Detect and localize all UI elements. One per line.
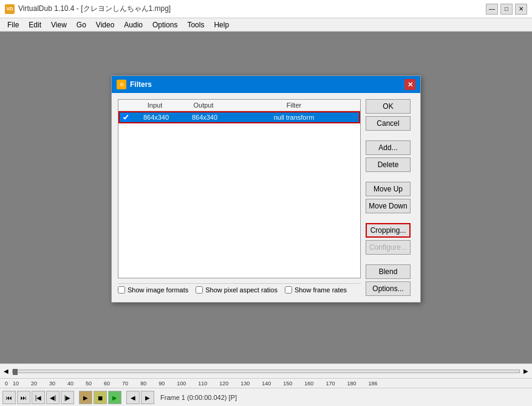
- show-image-formats-label[interactable]: Show image formats: [118, 286, 188, 294]
- menu-go[interactable]: Go: [72, 19, 91, 30]
- cancel-button[interactable]: Cancel: [366, 116, 411, 131]
- tb-btn-4[interactable]: ◀|: [46, 391, 60, 404]
- dialog-overlay: ⚙ Filters ✕ Input Output: [0, 63, 532, 321]
- bottom-checkboxes: Show image formats Show pixel aspect rat…: [118, 283, 361, 296]
- show-image-formats-checkbox[interactable]: [118, 286, 125, 294]
- filter-input-value: 864x340: [132, 114, 180, 121]
- filter-checkbox-cell: [120, 114, 132, 121]
- tb-btn-1[interactable]: ⏮: [2, 391, 16, 404]
- timeline-track[interactable]: [12, 370, 520, 373]
- tb-btn-back[interactable]: ◀: [126, 391, 140, 404]
- menu-edit[interactable]: Edit: [24, 19, 46, 30]
- dialog-content: Input Output Filter 864x340 864x340: [112, 93, 420, 302]
- main-area: ⚙ Filters ✕ Input Output: [0, 32, 532, 363]
- delete-button[interactable]: Delete: [366, 157, 411, 172]
- cropping-button[interactable]: Cropping...: [366, 223, 411, 238]
- filters-dialog: ⚙ Filters ✕ Input Output: [111, 75, 421, 303]
- timeline-thumb[interactable]: [13, 369, 18, 375]
- bottom-toolbar: ◀ ▶ 0 10 20 30 40 50 60 70 80 90 100 110…: [0, 363, 532, 406]
- show-pixel-aspect-label[interactable]: Show pixel aspect ratios: [196, 286, 278, 294]
- options-button[interactable]: Options...: [366, 281, 411, 296]
- title-text: VirtualDub 1.10.4 - [クレヨンしんちゃん1.mpg]: [18, 4, 486, 14]
- tb-btn-play[interactable]: ▶: [108, 391, 121, 404]
- tb-btn-mark-out[interactable]: ◼: [94, 391, 107, 404]
- tb-btn-mark-in[interactable]: ▶: [79, 391, 92, 404]
- window-controls: — □ ✕: [486, 4, 527, 15]
- tb-btn-2[interactable]: ⏭: [17, 391, 30, 404]
- show-frame-rates-text: Show frame rates: [295, 286, 347, 294]
- menu-audio[interactable]: Audio: [119, 19, 148, 30]
- minimize-button[interactable]: —: [486, 4, 498, 15]
- show-frame-rates-checkbox[interactable]: [285, 286, 292, 294]
- move-up-button[interactable]: Move Up: [366, 182, 411, 196]
- maximize-button[interactable]: □: [500, 4, 513, 15]
- buttons-panel: OK Cancel Add... Delete Move Up Move Dow…: [366, 99, 414, 296]
- filter-list: Input Output Filter 864x340 864x340: [118, 99, 361, 278]
- filter-enabled-checkbox[interactable]: [122, 114, 129, 121]
- col-header-output: Output: [179, 102, 228, 109]
- show-pixel-aspect-text: Show pixel aspect ratios: [205, 286, 278, 294]
- show-image-formats-text: Show image formats: [128, 286, 188, 294]
- menu-help[interactable]: Help: [209, 19, 234, 30]
- filter-name-value: null transform: [229, 114, 359, 121]
- ok-button[interactable]: OK: [366, 99, 411, 114]
- menu-view[interactable]: View: [46, 19, 72, 30]
- dialog-icon: ⚙: [117, 80, 126, 89]
- filter-list-header: Input Output Filter: [118, 100, 360, 111]
- col-header-input: Input: [131, 102, 179, 109]
- timeline-slider-bar: ◀ ▶: [0, 364, 532, 379]
- tb-btn-3[interactable]: |◀: [32, 391, 45, 404]
- dialog-close-button[interactable]: ✕: [404, 79, 415, 90]
- frame-info: Frame 1 (0:00:00.042) [P]: [160, 394, 237, 401]
- add-button[interactable]: Add...: [366, 140, 411, 155]
- title-bar: VD VirtualDub 1.10.4 - [クレヨンしんちゃん1.mpg] …: [0, 0, 532, 18]
- show-pixel-aspect-checkbox[interactable]: [196, 286, 203, 294]
- menu-options[interactable]: Options: [148, 19, 182, 30]
- toolbar-buttons: ⏮ ⏭ |◀ ◀| |▶ ▶ ◼ ▶ ◀ ▶ Frame 1 (0:00:00.…: [0, 388, 532, 406]
- filter-row[interactable]: 864x340 864x340 null transform: [118, 111, 360, 123]
- app-icon: VD: [5, 4, 15, 14]
- filter-output-value: 864x340: [180, 114, 229, 121]
- tb-btn-5[interactable]: |▶: [61, 391, 74, 404]
- close-window-button[interactable]: ✕: [515, 4, 527, 15]
- menu-bar: File Edit View Go Video Audio Options To…: [0, 18, 532, 32]
- move-down-button[interactable]: Move Down: [366, 199, 411, 213]
- menu-tools[interactable]: Tools: [182, 19, 209, 30]
- show-frame-rates-label[interactable]: Show frame rates: [285, 286, 347, 294]
- dialog-title: Filters: [130, 80, 404, 89]
- blend-button[interactable]: Blend: [366, 264, 411, 279]
- menu-file[interactable]: File: [2, 19, 24, 30]
- configure-button[interactable]: Configure...: [366, 240, 411, 255]
- menu-video[interactable]: Video: [91, 19, 119, 30]
- tb-btn-fwd[interactable]: ▶: [141, 391, 154, 404]
- dialog-body: Input Output Filter 864x340 864x340: [118, 99, 414, 296]
- ruler-numbers: 0 10 20 30 40 50 60 70 80 90 100 110 120…: [0, 379, 532, 388]
- dialog-title-bar: ⚙ Filters ✕: [112, 76, 420, 93]
- col-header-filter: Filter: [228, 102, 360, 109]
